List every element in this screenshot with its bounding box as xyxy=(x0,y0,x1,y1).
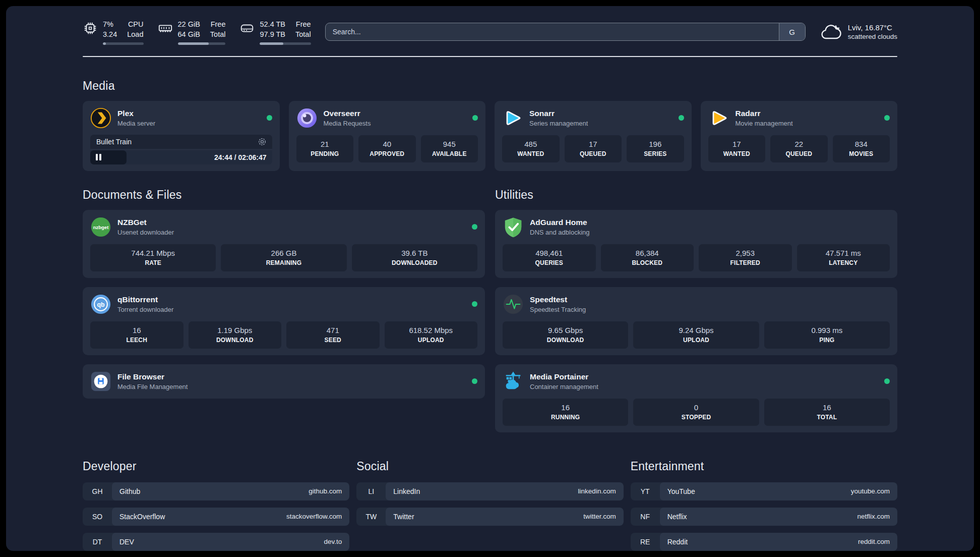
search-bar: G xyxy=(325,23,806,41)
link-twitter[interactable]: TW Twitter twitter.com xyxy=(356,508,623,526)
section-title-utilities: Utilities xyxy=(495,188,897,202)
overseerr-icon xyxy=(296,107,318,129)
playback-time: 24:44 / 02:06:47 xyxy=(214,153,272,161)
status-dot xyxy=(267,115,272,121)
app-link-sonarr[interactable]: Sonarr Series management xyxy=(502,107,684,129)
stat-movies: 834 MOVIES xyxy=(833,135,890,162)
stat-latency: 47.571 ms LATENCY xyxy=(797,244,890,271)
link-netflix[interactable]: NF Netflix netflix.com xyxy=(631,508,897,526)
ram-progress-track xyxy=(178,42,226,45)
portainer-icon xyxy=(503,371,524,392)
app-subtitle: Media File Management xyxy=(117,383,188,391)
app-link-filebrowser[interactable]: File Browser Media File Management xyxy=(90,371,477,392)
app-link-plex[interactable]: Plex Media server xyxy=(90,107,272,129)
cpu-load-label: Load xyxy=(127,29,143,39)
search-engine-button[interactable]: G xyxy=(779,23,805,40)
disk-free-label: Free xyxy=(296,19,311,29)
status-dot xyxy=(884,378,890,384)
disk-total-label: Total xyxy=(295,29,311,39)
app-subtitle: DNS and adblocking xyxy=(530,229,590,236)
app-subtitle: Speedtest Tracking xyxy=(530,306,586,313)
section-title-media: Media xyxy=(83,79,897,93)
ram-progress-fill xyxy=(178,42,209,45)
app-subtitle: Torrent downloader xyxy=(117,306,173,313)
app-link-overseerr[interactable]: Overseerr Media Requests xyxy=(296,107,478,129)
link-tag: NF xyxy=(631,508,660,526)
app-name: Speedtest xyxy=(530,295,586,304)
status-dot xyxy=(472,378,477,384)
app-link-adguard[interactable]: AdGuard Home DNS and adblocking xyxy=(503,216,890,238)
app-link-qbittorrent[interactable]: qb qBittorrent Torrent downloader xyxy=(90,294,477,315)
link-youtube[interactable]: YT YouTube youtube.com xyxy=(631,482,897,500)
app-subtitle: Media server xyxy=(117,120,155,127)
now-playing-widget: Bullet Train 24:44 / 02:06:47 xyxy=(90,135,272,164)
app-link-nzbget[interactable]: nzbget NZBGet Usenet downloader xyxy=(90,216,477,238)
card-sonarr: Sonarr Series management 485 WANTED 17 Q… xyxy=(495,101,692,171)
app-link-portainer[interactable]: Media Portainer Container management xyxy=(503,371,890,392)
disk-progress-track xyxy=(260,42,311,45)
filebrowser-icon xyxy=(90,371,111,392)
app-name: qBittorrent xyxy=(117,295,173,304)
nzbget-icon: nzbget xyxy=(90,216,111,238)
weather-widget: Lviv, 16.87°C scattered clouds xyxy=(820,23,897,41)
link-stackoverflow[interactable]: SO StackOverflow stackoverflow.com xyxy=(83,508,349,526)
link-linkedin[interactable]: LI LinkedIn linkedin.com xyxy=(356,482,623,500)
link-name: StackOverflow xyxy=(119,513,165,521)
stat-blocked: 86,384 BLOCKED xyxy=(601,244,694,271)
app-name: AdGuard Home xyxy=(530,218,590,227)
link-name: YouTube xyxy=(667,487,695,495)
link-tag: RE xyxy=(631,533,660,551)
link-github[interactable]: GH Github github.com xyxy=(83,482,349,500)
app-name: Overseerr xyxy=(324,109,371,118)
stat-upload: 9.24 Gbps UPLOAD xyxy=(633,321,759,349)
link-name: Twitter xyxy=(393,513,414,521)
developer-column: Developer GH Github github.com SO StackO… xyxy=(83,460,349,551)
disk-free-value: 52.4 TB xyxy=(260,19,285,29)
card-speedtest: Speedtest Speedtest Tracking 9.65 Gbps D… xyxy=(495,287,897,355)
stat-seed: 471 SEED xyxy=(286,321,380,349)
card-adguard: AdGuard Home DNS and adblocking 498,461 … xyxy=(495,210,897,278)
ram-free-value: 22 GiB xyxy=(178,19,200,29)
app-subtitle: Series management xyxy=(529,120,588,127)
link-reddit[interactable]: RE Reddit reddit.com xyxy=(631,533,897,551)
app-link-speedtest[interactable]: Speedtest Speedtest Tracking xyxy=(503,294,890,315)
stat-queued: 17 QUEUED xyxy=(565,135,622,162)
svg-text:qb: qb xyxy=(97,301,105,308)
link-name: Github xyxy=(119,487,140,495)
cpu-progress-fill xyxy=(103,42,106,45)
cpu-usage-label: CPU xyxy=(128,19,144,29)
link-url: stackoverflow.com xyxy=(286,513,342,520)
stat-series: 196 SERIES xyxy=(627,135,684,162)
app-name: NZBGet xyxy=(117,218,174,227)
link-tag: DT xyxy=(83,533,112,551)
stat-queued: 22 QUEUED xyxy=(770,135,828,162)
card-qbittorrent: qb qBittorrent Torrent downloader 16 xyxy=(83,287,485,355)
link-name: Reddit xyxy=(667,538,688,546)
card-filebrowser: File Browser Media File Management xyxy=(83,364,485,399)
pause-button[interactable] xyxy=(96,154,101,160)
app-subtitle: Movie management xyxy=(736,120,793,127)
stat-rate: 744.21 Mbps RATE xyxy=(90,244,216,271)
stat-approved: 40 APPROVED xyxy=(358,135,416,162)
disk-total-value: 97.9 TB xyxy=(260,29,285,39)
search-input[interactable] xyxy=(326,28,779,36)
link-url: reddit.com xyxy=(858,538,890,545)
app-link-radarr[interactable]: Radarr Movie management xyxy=(708,107,890,129)
card-overseerr: Overseerr Media Requests 21 PENDING 40 A… xyxy=(289,101,486,171)
radarr-icon xyxy=(708,107,729,129)
section-title-entertainment: Entertainment xyxy=(631,460,897,473)
status-dot xyxy=(679,115,684,121)
header-bar: 7% 3.24 CPU Load xyxy=(83,19,897,45)
stat-queries: 498,461 QUERIES xyxy=(503,244,596,271)
link-url: github.com xyxy=(309,487,342,495)
ram-widget: 22 GiB 64 GiB Free Total xyxy=(158,19,226,45)
card-nzbget: nzbget NZBGet Usenet downloader 744.21 M… xyxy=(83,210,485,278)
disk-icon xyxy=(239,21,255,36)
stat-leech: 16 LEECH xyxy=(90,321,183,349)
link-dev[interactable]: DT DEV dev.to xyxy=(83,533,349,551)
link-tag: SO xyxy=(83,508,112,526)
app-subtitle: Container management xyxy=(530,383,598,391)
svg-text:nzbget: nzbget xyxy=(93,224,109,230)
cloud-icon xyxy=(820,23,842,41)
stat-available: 945 AVAILABLE xyxy=(421,135,478,162)
